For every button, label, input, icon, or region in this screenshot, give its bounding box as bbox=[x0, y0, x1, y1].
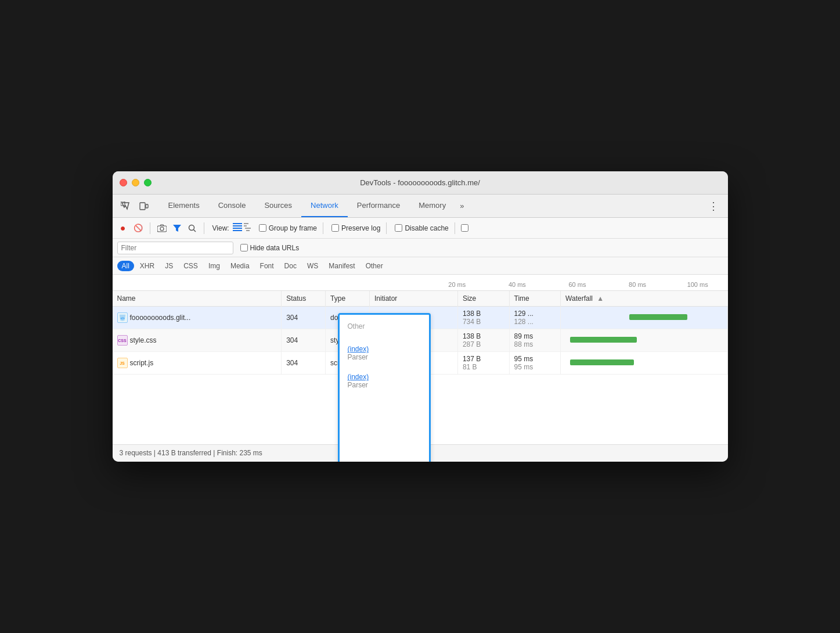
svg-line-6 bbox=[193, 229, 196, 232]
timeline-tick-4: 80 ms bbox=[607, 281, 668, 288]
toolbar-separator-3 bbox=[323, 222, 323, 234]
type-filter-xhr[interactable]: XHR bbox=[135, 261, 159, 271]
table-header: Name Status Type Initiator Size bbox=[113, 291, 728, 307]
row-1-size: 138 B 734 B bbox=[457, 307, 509, 329]
row-1-size2: 734 B bbox=[463, 318, 504, 326]
tabs-bar: Elements Console Sources Network Perform… bbox=[113, 195, 728, 218]
group-by-frame-toggle: Group by frame bbox=[259, 224, 317, 232]
svg-rect-12 bbox=[244, 225, 247, 226]
toolbar-separator-5 bbox=[455, 222, 455, 234]
row-3-size: 137 B 81 B bbox=[457, 352, 509, 375]
row-1-time: 129 ... 128 ... bbox=[509, 307, 561, 329]
extra-checkbox[interactable] bbox=[461, 224, 468, 232]
row-3-name: script.js bbox=[130, 359, 154, 367]
toolbar-separator-2 bbox=[204, 222, 204, 234]
network-table-wrapper: Name Status Type Initiator Size bbox=[113, 291, 728, 444]
row-1-name-cell: </> fooooooooods.glit... bbox=[113, 307, 282, 329]
overlay-link-2[interactable]: (index) bbox=[348, 373, 421, 381]
group-by-frame-checkbox[interactable] bbox=[259, 224, 266, 232]
timeline-tick-2: 40 ms bbox=[487, 281, 547, 288]
list-view-icon[interactable] bbox=[233, 223, 242, 233]
svg-rect-7 bbox=[233, 223, 242, 224]
tab-console[interactable]: Console bbox=[209, 195, 255, 217]
html-icon: </> bbox=[117, 312, 128, 323]
timeline-header: 20 ms 40 ms 60 ms 80 ms 100 ms bbox=[113, 275, 728, 291]
row-2-name: style.css bbox=[130, 336, 157, 344]
row-3-time2: 95 ms bbox=[514, 363, 556, 371]
disable-cache-label: Disable cache bbox=[405, 224, 448, 232]
svg-rect-8 bbox=[233, 225, 242, 226]
tab-list: Elements Console Sources Network Perform… bbox=[159, 195, 704, 217]
sort-arrow: ▲ bbox=[597, 294, 604, 303]
overlay-spacer-2 bbox=[348, 365, 421, 373]
devtools-menu-button[interactable]: ⋮ bbox=[704, 200, 723, 213]
css-icon: CSS bbox=[117, 335, 128, 346]
header-time[interactable]: Time bbox=[509, 291, 561, 307]
overlay-link-1[interactable]: (index) bbox=[348, 345, 421, 353]
tab-elements[interactable]: Elements bbox=[159, 195, 209, 217]
inspect-icon[interactable] bbox=[117, 198, 134, 214]
row-2-name-cell: CSS style.css bbox=[113, 329, 282, 352]
type-filter-other[interactable]: Other bbox=[361, 261, 388, 271]
row-1-waterfall bbox=[561, 307, 727, 329]
preserve-log-label: Preserve log bbox=[341, 224, 380, 232]
row-2-waterfall bbox=[561, 329, 727, 352]
row-3-time1: 95 ms bbox=[514, 355, 556, 363]
overlay-sub-2: Parser bbox=[348, 381, 421, 389]
search-button[interactable] bbox=[186, 222, 198, 234]
timeline-tick-3: 60 ms bbox=[547, 281, 608, 288]
record-button[interactable]: ● bbox=[117, 222, 129, 234]
maximize-button[interactable] bbox=[144, 179, 152, 186]
hide-data-urls-checkbox[interactable] bbox=[240, 244, 248, 251]
tab-memory[interactable]: Memory bbox=[409, 195, 455, 217]
type-filter-all[interactable]: All bbox=[117, 261, 134, 271]
header-size[interactable]: Size bbox=[457, 291, 509, 307]
header-name[interactable]: Name bbox=[113, 291, 282, 307]
row-2-size: 138 B 287 B bbox=[457, 329, 509, 352]
row-2-size1: 138 B bbox=[463, 332, 504, 340]
type-filter-js[interactable]: JS bbox=[160, 261, 178, 271]
header-initiator[interactable]: Initiator bbox=[370, 291, 458, 307]
type-filter-img[interactable]: Img bbox=[204, 261, 225, 271]
close-button[interactable] bbox=[120, 179, 127, 186]
disable-cache-checkbox[interactable] bbox=[395, 224, 402, 232]
toolbar-separator-4 bbox=[386, 222, 387, 234]
row-1-size1: 138 B bbox=[463, 310, 504, 318]
waterfall-bar-2 bbox=[570, 337, 637, 343]
type-filter-doc[interactable]: Doc bbox=[280, 261, 301, 271]
type-filter-css[interactable]: CSS bbox=[179, 261, 203, 271]
type-filter-font[interactable]: Font bbox=[255, 261, 279, 271]
tab-network[interactable]: Network bbox=[301, 195, 348, 217]
type-filter-ws[interactable]: WS bbox=[302, 261, 323, 271]
svg-rect-13 bbox=[245, 228, 251, 229]
filter-input[interactable] bbox=[117, 242, 233, 254]
row-3-size1: 137 B bbox=[463, 355, 504, 363]
waterfall-view-icon[interactable] bbox=[244, 223, 253, 233]
row-3-time: 95 ms 95 ms bbox=[509, 352, 561, 375]
window-title: DevTools - fooooooooods.glitch.me/ bbox=[360, 178, 480, 187]
device-toggle-icon[interactable] bbox=[136, 198, 152, 214]
tab-sources[interactable]: Sources bbox=[255, 195, 301, 217]
camera-button[interactable] bbox=[156, 222, 168, 234]
minimize-button[interactable] bbox=[132, 179, 139, 186]
header-status[interactable]: Status bbox=[282, 291, 326, 307]
clear-button[interactable]: 🚫 bbox=[132, 222, 144, 234]
preserve-log-checkbox[interactable] bbox=[331, 224, 339, 232]
disable-cache-toggle: Disable cache bbox=[395, 224, 448, 232]
hide-data-urls-toggle: Hide data URLs bbox=[240, 244, 300, 252]
toolbar-separator-1 bbox=[150, 222, 150, 234]
timeline-tick-1: 20 ms bbox=[427, 281, 488, 288]
svg-rect-10 bbox=[233, 230, 242, 231]
tab-performance[interactable]: Performance bbox=[348, 195, 409, 217]
header-type[interactable]: Type bbox=[326, 291, 370, 307]
header-waterfall[interactable]: Waterfall ▲ bbox=[561, 291, 727, 307]
filter-button[interactable] bbox=[171, 222, 183, 234]
view-label: View: bbox=[212, 224, 229, 232]
row-1-time1: 129 ... bbox=[514, 310, 556, 318]
row-3-status: 304 bbox=[282, 352, 326, 375]
tab-more-button[interactable]: » bbox=[455, 202, 468, 210]
type-filter-media[interactable]: Media bbox=[226, 261, 254, 271]
network-toolbar: ● 🚫 View: Group by frame Pre bbox=[113, 218, 728, 239]
type-filter-manifest[interactable]: Manifest bbox=[324, 261, 359, 271]
overlay-row-1: Other bbox=[348, 321, 421, 331]
